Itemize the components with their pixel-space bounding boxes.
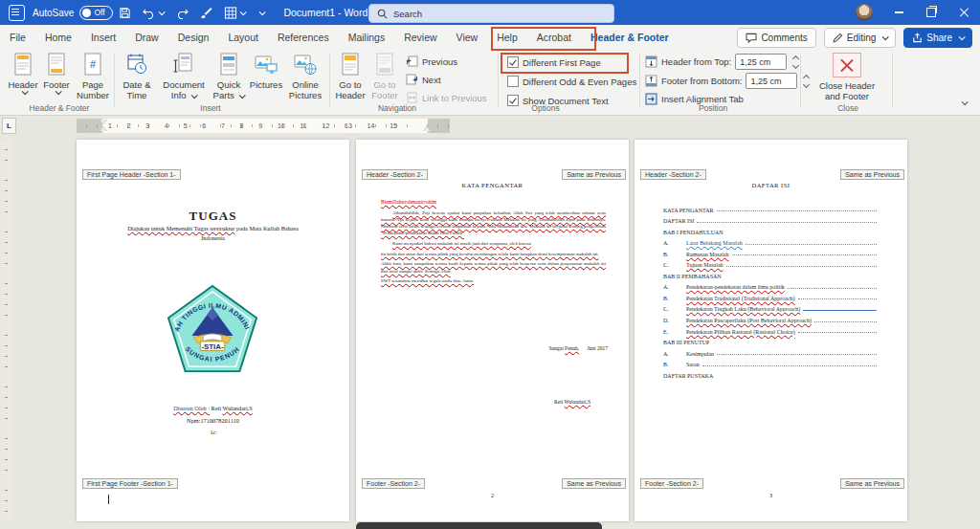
tab-stop-selector[interactable]: L [2, 118, 16, 134]
comments-button[interactable]: Comments [737, 28, 815, 48]
user-avatar[interactable] [856, 4, 873, 21]
page-number-button[interactable]: # Page Number [74, 53, 112, 101]
doc-subtitle: Diajukan untuk Memenuhi Tugas terstruktu… [77, 224, 349, 243]
same-as-previous-tag: Same as Previous [840, 169, 904, 180]
quick-parts-button[interactable]: QuickParts [212, 53, 246, 101]
toc-row: B.Rumusan Masalah [663, 246, 877, 257]
pictures-button[interactable]: Pictures [247, 53, 285, 90]
tab-acrobat[interactable]: Acrobat [527, 25, 581, 50]
paragraph-1: Alhamdulillah, Puji beserta syukur kami … [381, 209, 606, 237]
header-from-top-spinner[interactable] [793, 56, 798, 68]
kata-pengantar-title: KATA PENGANTAR [356, 182, 629, 188]
table-button[interactable] [224, 7, 245, 19]
collapse-ribbon-icon [962, 99, 969, 105]
footer-section2-tag: Footer -Section 2- [362, 478, 425, 489]
date-time-button[interactable]: Date &Time [119, 53, 155, 101]
next-button[interactable]: Next [406, 74, 441, 85]
page-1[interactable]: First Page Header -Section 1- TUGAS Diaj… [77, 140, 349, 521]
page-number-3: 3 [635, 493, 907, 498]
redo-icon [175, 7, 189, 19]
right-indent-marker[interactable] [423, 126, 431, 131]
header-from-top-input[interactable]: 1,25 cm [735, 54, 787, 70]
restore-button[interactable] [915, 0, 947, 25]
page-2[interactable]: Header -Section 2- Same as Previous KATA… [356, 140, 629, 521]
toc-row: B.Pendekatan Tradisional (Tradisional Ap… [663, 290, 877, 301]
tab-mailings[interactable]: Mailings [339, 25, 395, 50]
quick-access-more-button[interactable] [256, 11, 264, 15]
signature: Reti Wulandari,S [554, 399, 590, 405]
tab-home[interactable]: Home [35, 25, 81, 50]
tab-layout[interactable]: Layout [218, 25, 268, 50]
search-input[interactable]: Search [368, 4, 614, 23]
format-painter-button[interactable] [200, 7, 212, 19]
tab-draw[interactable]: Draw [125, 25, 168, 50]
ribbon: Header Footer # Page Number Header & Foo… [0, 50, 980, 116]
go-to-header-button[interactable]: Go toHeader [334, 53, 367, 101]
previous-button[interactable]: Previous [406, 55, 457, 67]
minimize-button[interactable] [882, 0, 915, 25]
toggle-knob-icon [82, 9, 91, 17]
undo-icon [143, 7, 156, 19]
previous-label: Previous [422, 56, 457, 67]
share-icon [912, 33, 923, 43]
different-first-page-checkbox[interactable]: Different First Page [507, 56, 601, 68]
collapse-ribbon-button[interactable] [959, 92, 967, 109]
dateline: Sungai Penuh, Juni 2017 [548, 345, 608, 351]
tab-view[interactable]: View [447, 25, 488, 50]
header-section2-tag: Header -Section 2- [640, 169, 706, 180]
footer-button[interactable]: Footer [41, 53, 72, 95]
comments-label: Comments [761, 33, 807, 43]
close-header-footer-button[interactable]: Close Headerand Footer [810, 53, 884, 102]
header-from-top-label: Header from Top: [661, 56, 731, 67]
document-info-dropdown-icon [191, 93, 198, 99]
same-as-previous-tag: Same as Previous [562, 169, 626, 180]
tab-insert[interactable]: Insert [81, 25, 125, 50]
tab-help[interactable]: Help [487, 25, 527, 50]
footer-from-bottom-spinner[interactable] [804, 76, 809, 87]
save-icon [119, 7, 131, 19]
go-to-footer-button[interactable]: Go toFooter [368, 53, 401, 101]
share-button[interactable]: Share [903, 28, 972, 48]
close-hf-label-1: Close Header [819, 80, 875, 91]
redo-button[interactable] [175, 7, 189, 19]
tab-references[interactable]: References [268, 25, 339, 50]
kata-pengantar-body: Bismillahirrohmanirrohim Alhamdulillah, … [381, 198, 606, 288]
page-3[interactable]: Header -Section 2- Same as Previous DAFT… [635, 140, 907, 521]
footer-from-bottom-input[interactable]: 1,25 cm [746, 73, 797, 89]
document-info-button[interactable]: DocumentInfo [159, 53, 209, 101]
toc-row: A.Kesimpulan [663, 345, 877, 357]
word-app-icon[interactable] [9, 5, 25, 21]
vertical-ruler[interactable] [1, 140, 11, 521]
taskbar-peek [356, 522, 602, 529]
header-button[interactable]: Header [7, 53, 39, 95]
group-label-options: Options [517, 103, 574, 113]
toc-row: C.Pendekatan Tingkah Laku (Behavioral Ap… [663, 301, 877, 313]
horizontal-ruler[interactable]: 123456789101112131415 [77, 119, 450, 133]
go-to-footer-label: Go toFooter [371, 79, 397, 101]
close-window-button[interactable] [947, 0, 980, 25]
bismillah-line: Bismillahirrohmanirrohim [381, 198, 606, 206]
footer-icon [45, 53, 68, 77]
toc-row: D.Pendekatan Pascaperilaku (Post Behavio… [663, 312, 877, 323]
tab-review[interactable]: Review [394, 25, 446, 50]
paragraph-2: Kami menyadari bahwa makalah ini masih j… [381, 240, 606, 247]
link-to-previous-button[interactable]: Link to Previous [406, 92, 487, 103]
undo-button[interactable] [143, 7, 164, 19]
tab-file[interactable]: File [0, 25, 35, 50]
header-icon [11, 53, 34, 77]
different-odd-even-checkbox[interactable]: Different Odd & Even Pages [507, 76, 636, 87]
online-pictures-button[interactable]: OnlinePictures [286, 53, 324, 101]
save-button[interactable] [119, 7, 131, 19]
svg-text:-STIA-: -STIA- [201, 342, 223, 351]
autosave-toggle[interactable]: Off [79, 6, 113, 20]
footer-from-bottom-row: Footer from Bottom: 1,25 cm [645, 73, 809, 89]
editing-button[interactable]: Editing [824, 28, 897, 48]
hanging-indent-marker[interactable] [100, 126, 107, 131]
stia-logo: SEKOLAH TINGGI ILMU ADMINISTRASI -STIA- … [166, 283, 259, 377]
paragraph-5: SWT senantiasa meridhai segala usaha kit… [381, 277, 606, 284]
group-label-position: Position [684, 103, 742, 113]
first-line-indent-marker[interactable] [100, 120, 107, 124]
checkbox-unchecked-icon [507, 76, 519, 87]
tab-design[interactable]: Design [168, 25, 219, 50]
tab-header-footer[interactable]: Header & Footer [581, 25, 679, 50]
